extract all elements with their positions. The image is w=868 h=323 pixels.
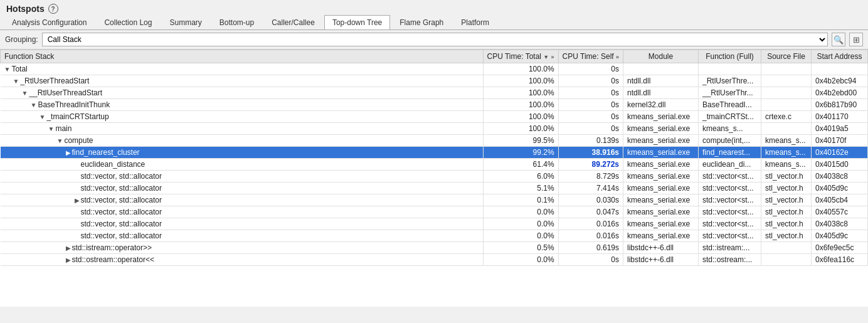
- module-cell: kernel32.dll: [623, 99, 699, 111]
- expand-icon[interactable]: ▶: [66, 245, 71, 252]
- table-row[interactable]: ▶ std::vector, std::allocator5.1%7.414sk…: [1, 183, 868, 194]
- func-full-cell: [699, 63, 761, 75]
- table-row[interactable]: ▶ std::vector, std::allocator0.1%0.030sk…: [1, 194, 868, 206]
- col-header-cpu-self[interactable]: CPU Time: Self »: [558, 50, 623, 63]
- expand-icon[interactable]: ▶: [75, 197, 80, 204]
- expand-icon[interactable]: ▼: [4, 66, 11, 73]
- table-row[interactable]: ▼ _RtlUserThreadStart100.0%0sntdll.dll_R…: [1, 75, 868, 87]
- table-row[interactable]: ▼ _tmainCRTStartup100.0%0skmeans_serial.…: [1, 111, 868, 123]
- start-address-cell: 0x401170: [812, 111, 868, 123]
- expand-icon[interactable]: ▶: [66, 257, 71, 263]
- title-bar: Hotspots ?: [0, 0, 868, 15]
- function-stack-cell: ▶ std::ostream::operator<<: [1, 254, 484, 266]
- cpu-total-cell: 0.1%: [483, 194, 558, 206]
- table-row[interactable]: ▶ std::vector, std::allocator0.0%0.016sk…: [1, 218, 868, 230]
- func-full-cell: std::vector<st...: [699, 194, 761, 206]
- tab-analysis-configuration[interactable]: Analysis Configuration: [4, 15, 95, 29]
- cpu-total-cell: 99.5%: [483, 135, 558, 147]
- col-header-cpu-total[interactable]: CPU Time: Total ▼ »: [483, 50, 558, 63]
- module-cell: kmeans_serial.exe: [623, 147, 699, 159]
- table-row[interactable]: ▶ std::vector, std::allocator0.0%0.047sk…: [1, 206, 868, 218]
- table-row[interactable]: ▼ main100.0%0skmeans_serial.exekmeans_s.…: [1, 123, 868, 135]
- expand-icon[interactable]: ▼: [13, 78, 19, 85]
- expand-icon[interactable]: ▼: [40, 114, 46, 120]
- func-full-cell: std::istream:...: [699, 242, 761, 254]
- cpu-total-cell: 100.0%: [483, 63, 558, 75]
- cpu-total-cell: 6.0%: [483, 171, 558, 183]
- source-file-cell: [761, 75, 812, 87]
- func-full-cell: std::ostream:...: [699, 254, 761, 266]
- tab-platform[interactable]: Platform: [453, 15, 497, 29]
- col-header-start-address: Start Address: [812, 50, 868, 63]
- table-row[interactable]: ▶ find_nearest_cluster99.2%38.916skmeans…: [1, 147, 868, 159]
- tab-collection-log[interactable]: Collection Log: [96, 15, 160, 29]
- grouping-select[interactable]: Call Stack: [42, 33, 828, 46]
- expand-icon[interactable]: ▼: [22, 90, 28, 97]
- module-cell: kmeans_serial.exe: [623, 206, 699, 218]
- cpu-total-cell: 5.1%: [483, 183, 558, 194]
- table-row[interactable]: ▶ std::istream::operator>>0.5%0.619slibs…: [1, 242, 868, 254]
- cpu-total-cell: 0.5%: [483, 242, 558, 254]
- function-name: euclidean_distance: [81, 160, 146, 169]
- source-file-cell: [761, 87, 812, 99]
- table-row[interactable]: ▼ BaseThreadInitThunk100.0%0skernel32.dl…: [1, 99, 868, 111]
- function-stack-cell: ▼ __RtlUserThreadStart: [1, 87, 484, 99]
- cpu-self-cell: 0.016s: [558, 218, 623, 230]
- function-name: std::vector, std::allocator: [81, 208, 162, 216]
- cpu-total-cell: 61.4%: [483, 159, 558, 171]
- help-icon[interactable]: ?: [48, 4, 58, 14]
- source-file-cell: kmeans_s...: [761, 159, 812, 171]
- cpu-self-cell: 0s: [558, 75, 623, 87]
- expand-icon[interactable]: ▼: [48, 125, 55, 132]
- table-row[interactable]: ▼ Total100.0%0s: [1, 63, 868, 75]
- function-name: Total: [11, 65, 27, 73]
- function-name: std::vector, std::allocator: [81, 196, 162, 204]
- start-address-cell: 0x6b817b90: [812, 99, 868, 111]
- func-full-cell: BaseThreadI...: [699, 99, 761, 111]
- table-row[interactable]: ▶ std::ostream::operator<<0.0%0slibstdc+…: [1, 254, 868, 266]
- function-name: compute: [64, 136, 93, 145]
- func-full-cell: _tmainCRTSt...: [699, 111, 761, 123]
- module-cell: kmeans_serial.exe: [623, 194, 699, 206]
- function-name: find_nearest_cluster: [72, 148, 140, 157]
- tab-bottom-up[interactable]: Bottom-up: [211, 15, 262, 29]
- function-name: std::istream::operator>>: [72, 243, 152, 252]
- tab-caller-callee[interactable]: Caller/Callee: [263, 15, 323, 29]
- source-file-cell: stl_vector.h: [761, 206, 812, 218]
- start-address-cell: 0x40557c: [812, 206, 868, 218]
- tab-summary[interactable]: Summary: [161, 15, 209, 29]
- cpu-self-cell: 0.047s: [558, 206, 623, 218]
- module-cell: kmeans_serial.exe: [623, 218, 699, 230]
- function-name: std::vector, std::allocator: [81, 172, 162, 181]
- start-address-cell: 0x4038c8: [812, 171, 868, 183]
- cpu-total-cell: 100.0%: [483, 99, 558, 111]
- table-row[interactable]: ▼ __RtlUserThreadStart100.0%0sntdll.dll_…: [1, 87, 868, 99]
- cpu-self-cell: 7.414s: [558, 183, 623, 194]
- col-header-source-file: Source File: [761, 50, 812, 63]
- main-content: Function Stack CPU Time: Total ▼ » CPU T…: [0, 50, 868, 307]
- cpu-self-expand-icon[interactable]: »: [616, 54, 619, 60]
- function-stack-cell: ▶ std::vector, std::allocator: [1, 206, 484, 218]
- module-cell: [623, 63, 699, 75]
- search-button[interactable]: 🔍: [832, 33, 845, 46]
- source-file-cell: [761, 63, 812, 75]
- cpu-total-cell: 100.0%: [483, 87, 558, 99]
- settings-button[interactable]: ⊞: [849, 33, 863, 46]
- cpu-self-cell: 8.729s: [558, 171, 623, 183]
- expand-icon[interactable]: ▼: [31, 102, 37, 109]
- tab-top-down-tree[interactable]: Top-down Tree: [324, 15, 390, 29]
- expand-icon[interactable]: ▼: [57, 137, 63, 144]
- module-cell: kmeans_serial.exe: [623, 230, 699, 242]
- table-container[interactable]: Function Stack CPU Time: Total ▼ » CPU T…: [0, 50, 868, 307]
- func-full-cell: std::vector<st...: [699, 171, 761, 183]
- table-row[interactable]: ▶ std::vector, std::allocator0.0%0.016sk…: [1, 230, 868, 242]
- table-row[interactable]: ▼ compute99.5%0.139skmeans_serial.execom…: [1, 135, 868, 147]
- cpu-self-cell: 0s: [558, 99, 623, 111]
- cpu-total-expand-icon[interactable]: »: [551, 54, 554, 60]
- table-row[interactable]: ▶ euclidean_distance61.4%89.272skmeans_s…: [1, 159, 868, 171]
- tab-flame-graph[interactable]: Flame Graph: [391, 15, 452, 29]
- function-stack-cell: ▶ std::vector, std::allocator: [1, 194, 484, 206]
- table-row[interactable]: ▶ std::vector, std::allocator6.0%8.729sk…: [1, 171, 868, 183]
- expand-icon[interactable]: ▶: [66, 149, 71, 156]
- cpu-self-cell: 0s: [558, 63, 623, 75]
